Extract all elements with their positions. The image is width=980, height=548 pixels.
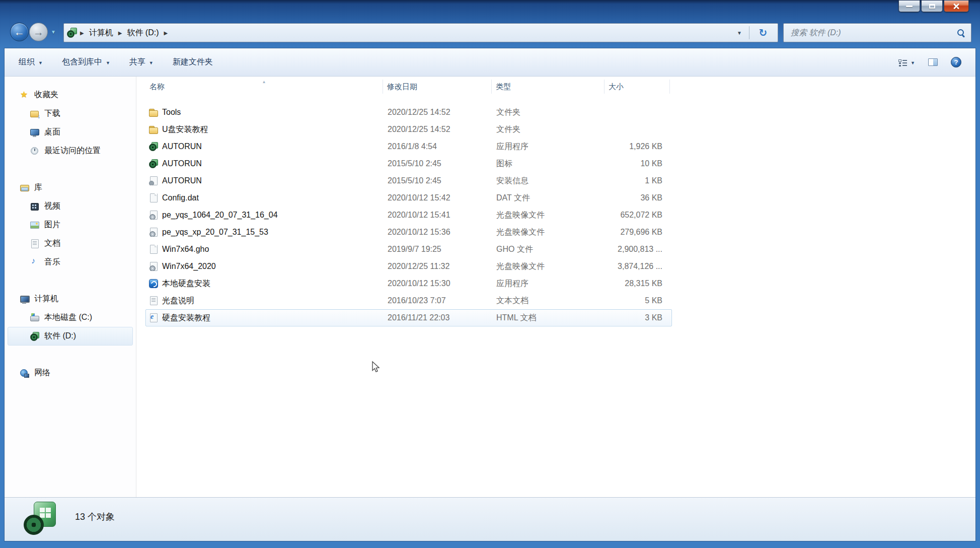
file-name-cell: Config.dat (146, 193, 384, 202)
file-name-cell: pe_yqs_xp_20_07_31_15_53 (146, 228, 384, 237)
refresh-button[interactable]: ↻ (751, 24, 775, 42)
table-row[interactable]: 本地硬盘安装 2020/10/12 15:30 应用程序 28,315 KB (145, 275, 672, 292)
sidebar-item[interactable]: 本地磁盘 (C:) (5, 308, 133, 327)
network-icon (20, 369, 29, 378)
table-row[interactable]: pe_yqs_xp_20_07_31_15_53 2020/10/12 15:3… (145, 224, 672, 241)
file-rows: Tools 2020/12/25 14:52 文件夹 U盘安装教程 2020/1… (145, 104, 975, 326)
search-input[interactable] (790, 28, 957, 38)
software-drive-icon (30, 332, 39, 341)
file-name: AUTORUN (162, 159, 202, 168)
file-type: 图标 (492, 159, 605, 169)
sidebar-item[interactable]: 网络 (5, 364, 133, 382)
file-type: DAT 文件 (492, 193, 605, 203)
close-button[interactable] (944, 1, 969, 12)
sidebar-item[interactable]: 计算机 (5, 290, 133, 308)
sidebar-item[interactable]: 下载 (5, 104, 133, 123)
table-row[interactable]: Config.dat 2020/10/12 15:42 DAT 文件 36 KB (145, 189, 672, 207)
sidebar-item[interactable]: 文档 (5, 234, 133, 253)
new-folder-label: 新建文件夹 (173, 57, 213, 67)
history-dropdown-icon[interactable]: ▼ (51, 29, 56, 35)
new-folder-button[interactable]: 新建文件夹 (173, 57, 213, 67)
file-name: pe_yqs_xp_20_07_31_15_53 (162, 228, 268, 237)
file-type: 文件夹 (492, 107, 605, 118)
table-row[interactable]: AUTORUN 2016/1/8 4:54 应用程序 1,926 KB (145, 138, 672, 155)
navigation-pane: 收藏夹 下载 桌面 最近访问的位置 库 视频 图片 文档 音乐 计算机 本地磁盘… (5, 77, 136, 497)
sidebar-item-label: 视频 (44, 201, 60, 212)
sidebar-item-label: 音乐 (44, 257, 60, 267)
desktop-icon (30, 128, 39, 137)
sidebar-item[interactable]: 最近访问的位置 (5, 142, 133, 160)
back-button[interactable]: ← (10, 23, 29, 41)
setup-info-icon (149, 176, 158, 185)
address-bar[interactable]: ▶ 计算机 ▶ 软件 (D:) ▶ ▼ ↻ (63, 23, 778, 42)
sidebar-item[interactable]: 库 (5, 178, 133, 197)
sidebar-item-label: 最近访问的位置 (44, 146, 101, 156)
organize-button[interactable]: 组织 ▼ (19, 57, 43, 67)
file-name-cell: U盘安装教程 (146, 124, 384, 135)
file-type: HTML 文档 (492, 313, 605, 323)
star-icon (20, 91, 29, 100)
file-type: 应用程序 (492, 142, 605, 152)
folder-icon (149, 108, 158, 117)
column-header-name-label: 名称 (149, 82, 165, 91)
file-name: U盘安装教程 (162, 124, 208, 135)
file-date: 2016/11/21 22:03 (384, 313, 492, 322)
file-date: 2020/12/25 14:52 (384, 125, 492, 134)
column-header-name[interactable]: ▲ 名称 (145, 80, 383, 94)
table-row[interactable]: Win7x64.gho 2019/9/7 19:25 GHO 文件 2,900,… (145, 241, 672, 258)
address-dropdown-icon[interactable]: ▼ (732, 30, 747, 36)
file-name-cell: Win7x64_2020 (146, 262, 384, 271)
sidebar-item-label: 桌面 (44, 127, 60, 138)
file-name-cell: 光盘说明 (146, 296, 384, 306)
sidebar-item-label: 软件 (D:) (44, 331, 76, 341)
downloads-folder-icon (30, 109, 39, 118)
sidebar-item[interactable]: 收藏夹 (5, 86, 133, 104)
sidebar-item[interactable]: 图片 (5, 216, 133, 234)
sidebar-item[interactable]: 音乐 (5, 253, 133, 271)
file-date: 2015/5/10 2:45 (384, 176, 492, 185)
file-size: 3 KB (605, 313, 666, 322)
table-row[interactable]: 硬盘安装教程 2016/11/21 22:03 HTML 文档 3 KB (145, 309, 672, 326)
share-button[interactable]: 共享 ▼ (129, 57, 154, 67)
file-name: pe_yqs_1064_20_07_31_16_04 (162, 211, 278, 220)
table-row[interactable]: 光盘说明 2016/10/23 7:07 文本文档 5 KB (145, 292, 672, 309)
table-row[interactable]: Win7x64_2020 2020/12/25 11:32 光盘映像文件 3,8… (145, 258, 672, 275)
file-type: GHO 文件 (492, 244, 605, 255)
table-row[interactable]: AUTORUN 2015/5/10 2:45 图标 10 KB (145, 155, 672, 172)
file-size: 3,874,126 ... (605, 262, 666, 271)
table-row[interactable]: pe_yqs_1064_20_07_31_16_04 2020/10/12 15… (145, 207, 672, 224)
maximize-icon (929, 4, 935, 9)
ie-html-icon (149, 313, 158, 322)
file-type: 光盘映像文件 (492, 227, 605, 238)
libraries-icon (20, 183, 29, 192)
preview-pane-icon[interactable] (928, 58, 938, 66)
change-view-button[interactable]: ▼ (898, 59, 915, 66)
sidebar-item[interactable]: 视频 (5, 197, 133, 216)
column-header-type[interactable]: 类型 (492, 80, 605, 94)
table-row[interactable]: Tools 2020/12/25 14:52 文件夹 (145, 104, 672, 121)
main-area: 收藏夹 下载 桌面 最近访问的位置 库 视频 图片 文档 音乐 计算机 本地磁盘… (5, 77, 975, 497)
table-row[interactable]: U盘安装教程 2020/12/25 14:52 文件夹 (145, 121, 672, 138)
sidebar-item[interactable]: 软件 (D:) (8, 327, 133, 346)
explorer-window: ← → ▼ ▶ 计算机 ▶ 软件 (D:) ▶ ▼ ↻ 组织 ▼ 包含到库中 (0, 0, 980, 548)
forward-arrow-icon: → (33, 27, 44, 37)
file-name-cell: AUTORUN (146, 142, 384, 151)
breadcrumb-drive-d[interactable]: 软件 (D:) (124, 24, 162, 41)
minimize-button[interactable] (898, 1, 920, 12)
maximize-button[interactable] (921, 1, 943, 12)
help-icon[interactable]: ? (951, 57, 961, 67)
close-icon (953, 3, 960, 10)
file-name: 硬盘安装教程 (162, 313, 210, 323)
include-in-library-label: 包含到库中 (62, 57, 102, 67)
forward-button[interactable]: → (29, 23, 48, 41)
sidebar-item-label: 文档 (44, 238, 60, 249)
breadcrumb-computer[interactable]: 计算机 (86, 24, 116, 41)
include-in-library-button[interactable]: 包含到库中 ▼ (62, 57, 110, 67)
sidebar-item[interactable]: 桌面 (5, 123, 133, 142)
search-icon[interactable] (957, 29, 965, 37)
table-row[interactable]: AUTORUN 2015/5/10 2:45 安装信息 1 KB (145, 172, 672, 189)
column-header-date[interactable]: 修改日期 (383, 80, 492, 94)
file-date: 2019/9/7 19:25 (384, 245, 492, 254)
column-header-size[interactable]: 大小 (605, 80, 670, 94)
drive-icon (67, 28, 77, 38)
